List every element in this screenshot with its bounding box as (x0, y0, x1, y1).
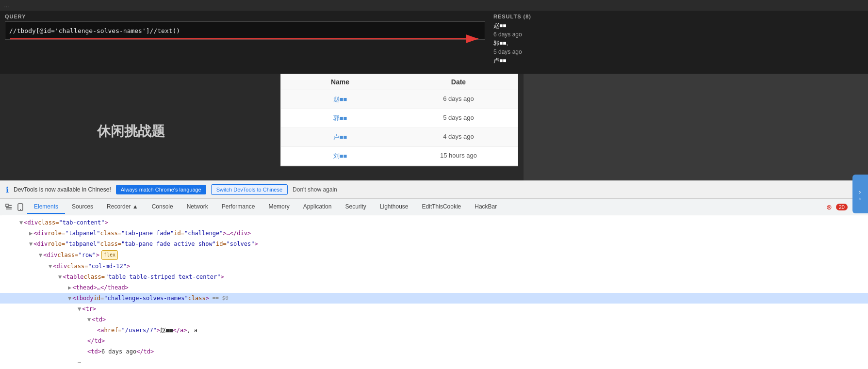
row-2-name: 卢■■ (281, 133, 399, 142)
table-row: 赵■■ 6 days ago (281, 90, 518, 109)
toggle-arrow[interactable]: ▼ (58, 273, 62, 281)
scroll-icon: › › (857, 187, 864, 201)
tab-recorder[interactable]: Recorder ▲ (100, 200, 145, 214)
top-bar-item: … (4, 2, 9, 8)
notification-bar: ℹ DevTools is now available in Chinese! … (0, 180, 868, 199)
query-label: QUERY (5, 14, 485, 19)
s0-marker: == $0 (209, 294, 229, 303)
code-dots: … (0, 357, 868, 366)
toggle-arrow[interactable]: ▼ (49, 262, 52, 271)
row-1-date: 5 days ago (399, 114, 518, 123)
html-code-area: ▼ <div class="tab-content"> ▶ <div role=… (0, 215, 868, 369)
tab-security[interactable]: Security (338, 200, 373, 214)
toggle-arrow[interactable]: ▼ (87, 315, 91, 324)
toggle-arrow[interactable]: ▼ (68, 294, 71, 303)
solves-table: Name Date 赵■■ 6 days ago 郭■■ 5 days ago … (280, 74, 518, 166)
row-0-link[interactable]: 赵■■ (333, 96, 347, 103)
page-title: 休闲挑战题 (97, 122, 165, 141)
svg-text:›: › (859, 195, 861, 202)
error-count: 20 (836, 204, 848, 210)
switch-chinese-btn[interactable]: Switch DevTools to Chinese (211, 184, 288, 195)
row-3-name: 刘■■ (281, 152, 399, 160)
result-item-0: 赵■■ (493, 21, 864, 30)
error-icon: ⊗ (826, 203, 832, 211)
code-line-table: ▼ <table class="table table-striped text… (0, 272, 868, 282)
code-line-div-challenge: ▶ <div role="tabpanel" class="tab-pane f… (0, 228, 868, 239)
tab-application[interactable]: Application (296, 200, 339, 214)
row-3-date: 15 hours ago (399, 152, 518, 160)
code-line-tr: ▼ <tr> (0, 304, 868, 314)
flex-badge: flex (101, 250, 118, 260)
tab-hackbar[interactable]: HackBar (468, 200, 504, 214)
result-item-1: 郭■■, (493, 39, 864, 48)
row-2-link[interactable]: 卢■■ (333, 133, 347, 141)
code-line-thead: ▶ <thead>…</thead> (0, 282, 868, 293)
code-line-div-col: ▼ <div class="col-md-12"> (0, 261, 868, 272)
query-section: QUERY //tbody[@id='challenge-solves-name… (0, 11, 868, 74)
table-row: 卢■■ 4 days ago (281, 128, 518, 147)
svg-rect-2 (6, 204, 8, 207)
code-line-div-tab-content: ▼ <div class="tab-content"> (0, 217, 868, 228)
table-row: 郭■■ 5 days ago (281, 109, 518, 128)
table-header: Name Date (281, 74, 518, 90)
inspect-icon[interactable] (4, 202, 14, 212)
code-line-tbody[interactable]: ▼ <tbody id="challenge-solves-names" cla… (0, 293, 868, 304)
toggle-arrow[interactable]: ▼ (19, 218, 23, 227)
main-bg-right (524, 74, 868, 180)
tab-memory[interactable]: Memory (262, 200, 296, 214)
always-match-btn[interactable]: Always match Chrome's language (116, 185, 206, 194)
main-area: Challenge 4 Solves 休闲挑战题 Name Date 赵■■ 6… (0, 74, 868, 180)
toggle-arrow[interactable]: ▼ (39, 251, 42, 259)
code-line-td-date: <td>6 days ago</td> (0, 346, 868, 357)
code-line-td-1: ▼ <td> (0, 314, 868, 325)
top-bar: … (0, 0, 868, 11)
result-item-0-time: 6 days ago (493, 30, 864, 39)
result-item-1-time: 5 days ago (493, 48, 864, 56)
tab-lighthouse[interactable]: Lighthouse (373, 200, 415, 214)
col-date-header: Date (399, 78, 518, 86)
tab-editthiscookie[interactable]: EditThisCookie (415, 200, 468, 214)
html-code-content: ▼ <div class="tab-content"> ▶ <div role=… (0, 215, 868, 369)
query-input[interactable]: //tbody[@id='challenge-solves-names']//t… (5, 21, 485, 40)
query-text: //tbody[@id='challenge-solves-names']//t… (9, 27, 180, 34)
row-0-date: 6 days ago (399, 95, 518, 104)
tab-network[interactable]: Network (180, 200, 215, 214)
tab-performance[interactable]: Performance (215, 200, 262, 214)
toggle-arrow[interactable]: ▶ (68, 283, 71, 292)
device-icon[interactable] (16, 202, 25, 212)
row-0-name: 赵■■ (281, 95, 399, 104)
code-line-td-close: </td> (0, 336, 868, 346)
toggle-arrow[interactable]: ▶ (29, 229, 33, 238)
results-panel: RESULTS (8) 赵■■ 6 days ago 郭■■, 5 days a… (490, 11, 868, 68)
col-name-header: Name (281, 78, 399, 86)
results-list: 赵■■ 6 days ago 郭■■, 5 days ago 卢■■ (493, 21, 864, 65)
devtools-toolbar (2, 199, 27, 215)
result-item-2: 卢■■ (493, 56, 864, 65)
toggle-arrow[interactable]: ▼ (29, 240, 33, 248)
scroll-right-btn[interactable]: › › (852, 175, 868, 213)
tab-sources[interactable]: Sources (65, 200, 100, 214)
tab-console[interactable]: Console (145, 200, 180, 214)
row-3-link[interactable]: 刘■■ (333, 152, 347, 160)
code-line-div-row: ▼ <div class="row"> flex (0, 249, 868, 261)
table-row: 刘■■ 15 hours ago (281, 147, 518, 166)
code-line-anchor: <a href="/users/7">赵■■</a>, a (0, 325, 868, 336)
devtools-tabs-bar: Elements Sources Recorder ▲ Console Netw… (0, 199, 868, 215)
dont-show-again[interactable]: Don't show again (293, 186, 337, 193)
toggle-arrow[interactable]: ▼ (78, 305, 81, 313)
row-1-link[interactable]: 郭■■ (333, 114, 347, 122)
results-label: RESULTS (8) (493, 14, 864, 19)
row-1-name: 郭■■ (281, 114, 399, 123)
svg-text:›: › (859, 188, 861, 195)
notification-text: DevTools is now available in Chinese! (14, 186, 111, 193)
tab-elements[interactable]: Elements (27, 200, 65, 214)
info-icon: ℹ (6, 185, 9, 194)
row-2-date: 4 days ago (399, 133, 518, 142)
code-line-div-solves: ▼ <div role="tabpanel" class="tab-pane f… (0, 239, 868, 249)
